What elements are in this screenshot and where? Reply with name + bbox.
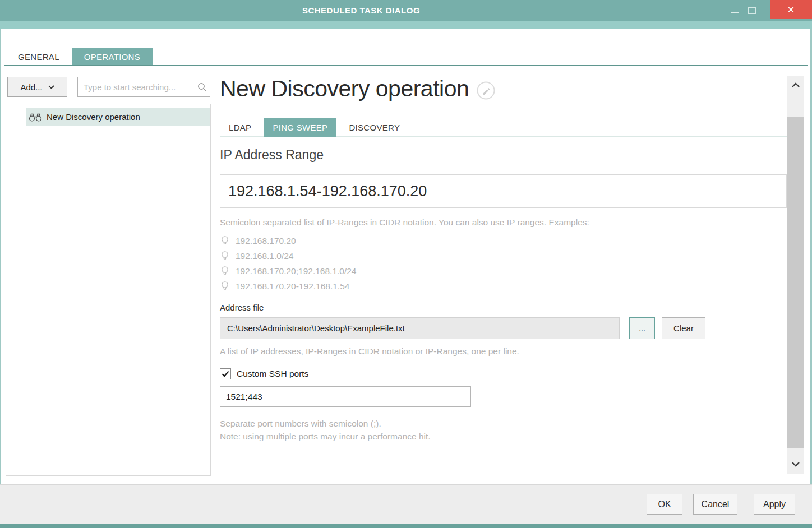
example-item: 192.168.170.20-192.168.1.54: [221, 279, 356, 294]
window-title: SCHEDULED TASK DIALOG: [0, 0, 812, 21]
subtab-ping-sweep[interactable]: PING SWEEP: [264, 118, 336, 137]
subtab-ldap[interactable]: LDAP: [220, 118, 260, 137]
subtab-discovery[interactable]: DISCOVERY: [340, 118, 409, 137]
close-icon: ✕: [787, 4, 795, 15]
tab-operations[interactable]: OPERATIONS: [72, 48, 153, 66]
lightbulb-icon: [221, 266, 229, 277]
tab-general[interactable]: GENERAL: [6, 48, 72, 66]
lightbulb-icon: [221, 235, 229, 247]
scroll-down-button[interactable]: [787, 455, 804, 474]
chevron-up-icon: [791, 82, 800, 88]
maximize-icon: [748, 7, 756, 14]
ip-range-help-text: Semicolon separated list of IP-Ranges in…: [220, 217, 589, 228]
lightbulb-icon: [221, 281, 229, 292]
maximize-button[interactable]: [744, 0, 760, 21]
browse-file-button[interactable]: ...: [629, 317, 655, 339]
minimize-button[interactable]: [727, 0, 742, 21]
window-frame-left: [0, 29, 1, 524]
chevron-down-icon: [791, 461, 800, 467]
example-item: 192.168.170.20: [221, 233, 356, 248]
page-title: New Discovery operation: [220, 76, 469, 102]
vertical-scrollbar[interactable]: [787, 76, 804, 474]
ip-address-range-input[interactable]: [220, 174, 787, 208]
address-file-help-text: A list of IP addresses, IP-Ranges in CID…: [220, 346, 519, 356]
ok-button[interactable]: OK: [647, 494, 682, 515]
chevron-down-icon: [48, 85, 54, 89]
custom-ssh-ports-row: Custom SSH ports: [220, 368, 308, 379]
address-file-input[interactable]: [220, 317, 620, 339]
clear-file-button[interactable]: Clear: [662, 317, 705, 339]
minimize-icon: [731, 12, 739, 13]
operations-list: New Discovery operation: [6, 104, 211, 476]
ports-help-line2: Note: using multiple ports may incur a p…: [220, 432, 431, 442]
example-text: 192.168.170.20-192.168.1.54: [236, 281, 349, 291]
example-item: 192.168.170.20;192.168.1.0/24: [221, 263, 356, 279]
subtab-divider: [417, 118, 417, 137]
close-button[interactable]: ✕: [770, 0, 812, 19]
window-frame-bottom: [0, 524, 812, 528]
add-button-label: Add...: [20, 82, 42, 92]
binoculars-icon: [29, 113, 42, 122]
dialog-footer: OK Cancel Apply: [0, 484, 812, 524]
list-item-label: New Discovery operation: [47, 112, 140, 122]
example-text: 192.168.170.20;192.168.1.0/24: [236, 266, 356, 276]
page-title-row: New Discovery operation: [220, 74, 495, 103]
ip-address-range-title: IP Address Range: [220, 147, 324, 163]
ssh-ports-input[interactable]: [220, 386, 471, 407]
lightbulb-icon: [221, 251, 229, 262]
title-bar: SCHEDULED TASK DIALOG ✕: [0, 0, 812, 21]
address-file-label: Address file: [220, 303, 264, 312]
search-input[interactable]: [78, 77, 197, 96]
cancel-button[interactable]: Cancel: [693, 494, 737, 515]
search-box: [77, 77, 210, 97]
apply-button[interactable]: Apply: [754, 494, 795, 515]
checkmark-icon: [222, 370, 229, 377]
edit-pencil-icon[interactable]: [477, 81, 495, 100]
add-dropdown-button[interactable]: Add...: [7, 77, 67, 97]
titlebar-accent-strip: [0, 21, 812, 29]
ip-range-examples: 192.168.170.20 192.168.1.0/24 192.168.17…: [221, 233, 356, 294]
ports-help-line1: Separate port numbers with semicolon (;)…: [220, 419, 381, 429]
example-item: 192.168.1.0/24: [221, 248, 356, 263]
search-icon[interactable]: [197, 82, 210, 92]
custom-ssh-ports-label[interactable]: Custom SSH ports: [237, 369, 308, 379]
example-text: 192.168.170.20: [236, 236, 296, 246]
list-item-new-discovery-operation[interactable]: New Discovery operation: [26, 108, 210, 126]
scroll-up-button[interactable]: [787, 76, 804, 95]
operation-sub-tab-strip: LDAP PING SWEEP DISCOVERY: [220, 118, 787, 137]
main-tab-strip: GENERAL OPERATIONS: [6, 48, 153, 66]
custom-ssh-ports-checkbox[interactable]: [220, 368, 231, 379]
example-text: 192.168.1.0/24: [236, 251, 293, 261]
tab-strip-underline: [4, 65, 808, 66]
scrollbar-thumb[interactable]: [787, 117, 804, 448]
